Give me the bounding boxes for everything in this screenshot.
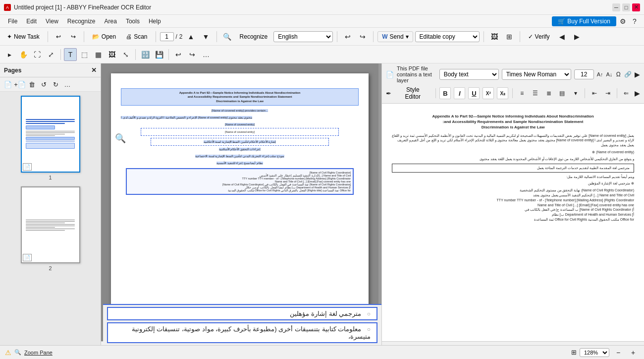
expand-tool[interactable]: ⛶ [31, 48, 44, 61]
menu-file[interactable]: File [4, 17, 21, 26]
app-title: Untitled project [1] - ABBYY FineReader … [14, 4, 151, 11]
body-text-select[interactable]: Body text [439, 69, 499, 80]
maximize-button[interactable]: □ [622, 3, 630, 11]
pages-more-icon[interactable]: … [62, 79, 72, 89]
save-area-tool[interactable]: 💾 [153, 48, 165, 61]
collapse-icon[interactable]: ◀ [556, 30, 569, 43]
help-icon[interactable]: ? [629, 16, 640, 27]
pages-doc-icon[interactable]: 📄 [3, 79, 13, 89]
right-toolbar-row1: 📄 This PDF file contains a text layer Bo… [386, 65, 640, 83]
doc-para-small3: نظام أيضا مسح إجراء للتنفيذ الأسسية [121, 162, 359, 166]
next-page-button[interactable]: ▼ [200, 30, 213, 43]
magnifier-icon[interactable]: 🔍 [115, 133, 126, 144]
menu-tools[interactable]: Tools [122, 17, 144, 26]
insert-link-icon[interactable]: 🔗 [624, 68, 632, 80]
language-select[interactable]: English [273, 31, 333, 42]
menu-edit[interactable]: Edit [22, 17, 41, 26]
italic-button[interactable]: I [454, 87, 465, 99]
indent-less-icon[interactable]: ⇤ [589, 88, 599, 99]
buy-full-version-button[interactable]: 🛒 Buy Full Version [552, 16, 616, 26]
verify-button[interactable]: ✓ Verify [524, 32, 554, 42]
expand-icon[interactable]: ▶ [571, 30, 584, 43]
block-expand-tool[interactable]: ⤡ [119, 48, 132, 61]
text-select-tool[interactable]: T [64, 48, 77, 61]
font-decrease-icon[interactable]: A↓ [606, 68, 612, 80]
align-center-button[interactable]: ☰ [530, 88, 540, 99]
minimize-button[interactable]: ─ [612, 3, 620, 11]
new-task-button[interactable]: ✦ New Task [3, 32, 44, 42]
zoom-status-select[interactable]: 128% [580, 348, 609, 357]
doc-box2-content: إشارة الأحكام الأحكام لتأمين النمط الإشا… [153, 140, 326, 143]
right-sep4 [617, 88, 617, 98]
style-editor-button[interactable]: Style Editor [394, 85, 431, 101]
pages-add-icon[interactable]: +📄 [15, 79, 25, 89]
zoom-pane-label[interactable]: Zoom Pane [24, 350, 53, 356]
search-icon[interactable]: 🔍 [221, 30, 234, 43]
image-select-tool[interactable]: 🖼 [106, 48, 118, 61]
editable-copy-select[interactable]: Editable copy [415, 31, 480, 42]
status-zoom-out-button[interactable]: − [612, 347, 624, 359]
indent-more-icon[interactable]: ⇥ [602, 88, 613, 99]
rtl-icon[interactable]: ⇐ [621, 88, 632, 99]
area-select-tool[interactable]: ⬚ [78, 48, 91, 61]
full-expand-tool[interactable]: ⤢ [45, 48, 57, 61]
align-right-button[interactable]: ≣ [543, 88, 554, 99]
right-expand-icon[interactable]: ▶ [635, 70, 640, 78]
redo3-icon[interactable]: ↪ [186, 48, 199, 61]
titlebar-controls[interactable]: ─ □ ✕ [612, 3, 640, 11]
page-number-input[interactable] [160, 32, 174, 41]
menu-recognize[interactable]: Recognize [63, 17, 100, 26]
toolbar-separator2 [84, 31, 84, 42]
undo2-icon[interactable]: ↩ [341, 30, 354, 43]
split-view-icon[interactable]: ⊞ [503, 30, 516, 43]
redo2-icon[interactable]: ↪ [356, 30, 369, 43]
table-select-tool[interactable]: ▦ [92, 48, 105, 61]
zoom-pane-icon: 🔍 [14, 349, 21, 356]
pages-delete-icon[interactable]: 🗑 [27, 79, 37, 89]
bold-button[interactable]: B [439, 87, 451, 99]
pages-title: Pages [4, 67, 21, 74]
subscript-button[interactable]: X₂ [497, 87, 508, 99]
more-options-icon[interactable]: … [200, 48, 213, 61]
menu-area[interactable]: Area [101, 17, 121, 26]
align-left-button[interactable]: ≡ [517, 88, 527, 99]
prev-page-button[interactable]: ▲ [185, 30, 198, 43]
select-pointer-tool[interactable]: ▸ [3, 48, 16, 61]
right-expand2-icon[interactable]: ▶ [635, 89, 640, 97]
titlebar-left: A Untitled project [1] - ABBYY FineReade… [4, 4, 151, 11]
image-view-icon[interactable]: 🖼 [488, 30, 501, 43]
scan-button[interactable]: 🖨 Scan [122, 32, 151, 42]
ocr-text-tool[interactable]: 🔡 [139, 48, 152, 61]
grid-icon[interactable]: ⊞ [571, 349, 577, 356]
toolbar2-separator3 [168, 49, 169, 60]
pages-toolbar: 📄 +📄 🗑 ↺ ↻ … [0, 77, 101, 92]
settings-icon[interactable]: ⚙ [617, 16, 628, 27]
menu-view[interactable]: View [42, 17, 62, 26]
font-name-select[interactable]: Times New Roman [502, 69, 571, 80]
superscript-button[interactable]: X² [483, 87, 494, 99]
more-align-icon[interactable]: ▾ [570, 88, 581, 99]
menu-help[interactable]: Help [145, 17, 165, 26]
send-button[interactable]: W Send ▾ [377, 31, 413, 42]
underline-button[interactable]: U [468, 87, 480, 99]
page-thumb-1[interactable]: 📄 1 [21, 96, 80, 180]
font-size-input[interactable] [574, 69, 594, 79]
pages-rotate-left-icon[interactable]: ↺ [39, 79, 49, 89]
open-button[interactable]: 📂 Open [88, 32, 120, 42]
page-thumb-2[interactable]: 📄 2 [21, 186, 80, 271]
recognize-button[interactable]: Recognize [236, 32, 272, 42]
undo3-icon[interactable]: ↩ [172, 48, 185, 61]
status-zoom-in-button[interactable]: + [627, 347, 639, 359]
toolbar-separator8 [520, 31, 520, 42]
font-increase-icon[interactable]: A↑ [597, 68, 603, 80]
redo-button[interactable]: ↪ [67, 32, 80, 42]
doc-scroll[interactable]: 🔍 Appendix A to Part 92—Sample Notice In… [101, 63, 378, 341]
close-button[interactable]: ✕ [632, 3, 640, 11]
toolbar2-separator [60, 49, 61, 60]
undo-button[interactable]: ↩ [52, 32, 65, 42]
pages-rotate-right-icon[interactable]: ↻ [51, 79, 60, 89]
insert-char-icon[interactable]: Ω [615, 68, 621, 80]
pages-close-icon[interactable]: ✕ [91, 66, 97, 74]
align-justify-button[interactable]: ▤ [557, 88, 567, 99]
hand-pan-tool[interactable]: ✋ [17, 48, 30, 61]
